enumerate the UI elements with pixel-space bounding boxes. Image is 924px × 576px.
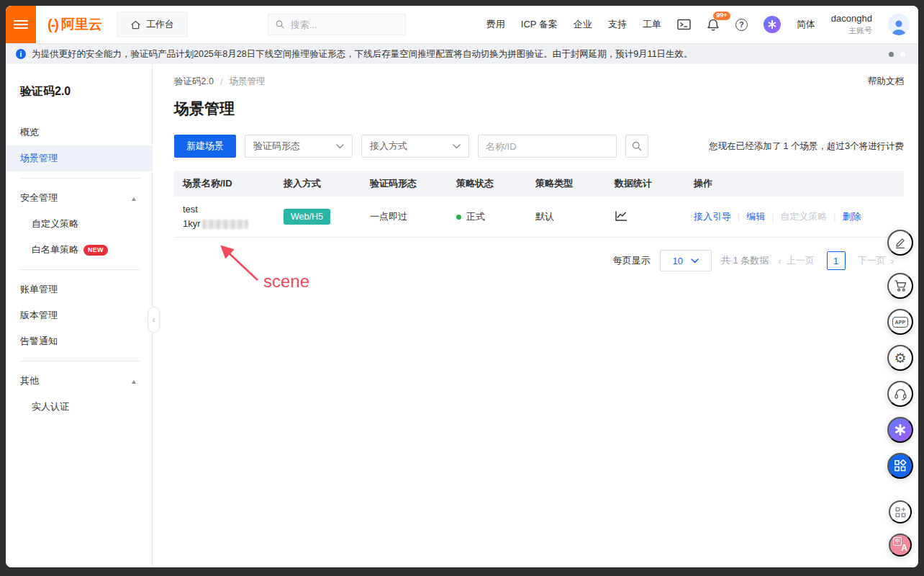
main-panel: 验证码2.0 / 场景管理 帮助文档 场景管理 新建场景 验证码形态 接入方式 [153, 64, 918, 567]
notifications-button[interactable]: 99+ [707, 18, 720, 32]
access-mode-select[interactable]: 接入方式 [361, 135, 469, 158]
aliyun-logo-mark-icon: (-) [47, 17, 58, 33]
sidebar-item-version-management[interactable]: 版本管理 [6, 302, 152, 328]
sidebar-divider [20, 361, 140, 361]
sidebar-group-others[interactable]: 其他 ▲ [6, 368, 152, 394]
grid-diamond-icon [894, 459, 907, 472]
next-page-label: 下一页 [858, 254, 886, 267]
breadcrumb-product[interactable]: 验证码2.0 [174, 76, 214, 88]
help-doc-link[interactable]: 帮助文档 [868, 76, 904, 88]
ai-assistant-button[interactable] [764, 16, 781, 33]
prev-page-button[interactable]: ‹ 上一页 [778, 254, 814, 267]
action-access-guide[interactable]: 接入引导 [694, 210, 731, 223]
user-avatar[interactable] [888, 14, 910, 35]
sidebar-item-overview[interactable]: 概览 [6, 120, 152, 145]
next-page-button[interactable]: 下一页 › [858, 254, 894, 267]
global-search-box[interactable] [268, 14, 406, 35]
breadcrumb: 验证码2.0 / 场景管理 帮助文档 [174, 76, 904, 88]
action-delete[interactable]: 删除 [842, 210, 861, 223]
help-button[interactable]: ? [735, 19, 748, 31]
sidebar: 验证码2.0 概览 场景管理 安全管理 ▲ 自定义策略 白名单策略 NEW 账单… [6, 64, 153, 567]
terminal-icon [677, 19, 691, 30]
fab-translate-button[interactable]: 中 A [889, 534, 912, 557]
sidebar-item-scene-management[interactable]: 场景管理 [6, 145, 152, 171]
new-badge: NEW [83, 245, 108, 256]
sidebar-item-alert-notification[interactable]: 告警通知 [6, 328, 152, 354]
table-row: test 1kyr Web/H5 一点即过 正式 默认 [174, 197, 904, 238]
column-header-actions: 操作 [694, 177, 904, 190]
nav-link-ticket[interactable]: 工单 [643, 18, 661, 31]
data-stats-cell[interactable] [615, 210, 694, 224]
sidebar-group-label: 安全管理 [20, 192, 58, 204]
translate-icon: 中 A [894, 539, 907, 552]
sidebar-collapse-handle[interactable]: ‹ [148, 307, 160, 333]
carousel-dot-active[interactable] [889, 52, 894, 57]
notice-banner-text: 为提供更好的安全能力，验证码产品计划2025年8月28日下线空间推理验证形态，下… [32, 48, 693, 60]
sidebar-item-whitelist-policy[interactable]: 白名单策略 NEW [6, 237, 152, 263]
nav-link-support[interactable]: 支持 [608, 18, 627, 31]
aliyun-logo-text: 阿里云 [61, 15, 102, 34]
chevron-up-icon: ▲ [130, 194, 137, 202]
hamburger-icon [14, 18, 28, 31]
row-actions: 接入引导 | 编辑 | 自定义策略 | 删除 [694, 210, 904, 223]
captcha-type-select-value: 验证码形态 [253, 140, 300, 153]
grid-plus-icon [894, 506, 907, 518]
account-info[interactable]: daconghd 主账号 [831, 13, 872, 35]
account-type-label: 主账号 [848, 25, 872, 35]
workbench-button[interactable]: 工作台 [117, 12, 188, 37]
fab-ai-assistant-button[interactable] [887, 417, 913, 443]
sidebar-divider [20, 269, 140, 270]
sidebar-item-label: 概览 [20, 126, 39, 139]
gear-icon: ⚙ [894, 351, 906, 365]
search-icon [276, 19, 284, 30]
aliyun-logo[interactable]: (-) 阿里云 [36, 15, 117, 34]
fab-widgets-button[interactable] [887, 453, 913, 479]
ai-star-icon [764, 16, 781, 33]
create-scene-button[interactable]: 新建场景 [174, 135, 236, 158]
prev-page-label: 上一页 [787, 254, 815, 267]
carousel-dot-inactive[interactable] [900, 52, 905, 57]
access-mode-badge: Web/H5 [284, 209, 330, 225]
status-dot-green [456, 215, 461, 220]
notification-count-badge: 99+ [713, 12, 730, 21]
policy-type-cell: 默认 [535, 210, 615, 223]
column-header-data-stats: 数据统计 [615, 177, 694, 190]
nav-link-billing[interactable]: 费用 [486, 18, 505, 31]
action-edit[interactable]: 编辑 [746, 210, 765, 223]
page-title: 场景管理 [174, 99, 904, 119]
action-custom-policy[interactable]: 自定义策略 [780, 210, 827, 223]
chevron-down-icon [336, 144, 344, 149]
hamburger-menu-button[interactable] [6, 6, 36, 43]
fab-add-shortcut-button[interactable] [889, 500, 912, 523]
nav-link-icp[interactable]: ICP 备案 [521, 18, 558, 31]
fab-settings-button[interactable]: ⚙ [887, 345, 913, 371]
global-search-input[interactable] [291, 19, 399, 30]
cloudshell-button[interactable] [677, 19, 691, 30]
nav-link-enterprise[interactable]: 企业 [574, 18, 592, 31]
breadcrumb-separator: / [220, 77, 222, 87]
sidebar-item-label: 白名单策略 [32, 243, 78, 256]
column-header-access-mode: 接入方式 [284, 177, 370, 190]
policy-status-text: 正式 [466, 210, 485, 223]
sidebar-item-custom-policy[interactable]: 自定义策略 [6, 211, 152, 237]
fab-app-button[interactable]: APP [887, 309, 913, 335]
name-id-filter-input[interactable] [478, 135, 617, 158]
language-switcher[interactable]: 简体 [797, 18, 815, 31]
sidebar-item-label: 版本管理 [20, 309, 58, 322]
sidebar-group-security[interactable]: 安全管理 ▲ [6, 185, 152, 211]
fab-feedback-button[interactable] [887, 230, 913, 256]
headset-icon [894, 387, 907, 400]
navbar-right-menu: 费用 ICP 备案 企业 支持 工单 99+ ? 简体 da [486, 13, 918, 35]
captcha-type-select[interactable]: 验证码形态 [245, 135, 353, 158]
filter-search-button[interactable] [625, 135, 648, 158]
per-page-select[interactable]: 10 [660, 250, 712, 271]
fab-support-button[interactable] [887, 381, 913, 407]
current-page-button[interactable]: 1 [827, 251, 846, 270]
column-header-name-id: 场景名称/ID [183, 177, 284, 190]
fab-cart-button[interactable] [887, 273, 913, 299]
home-icon [130, 19, 141, 30]
sidebar-item-real-person-auth[interactable]: 实人认证 [6, 394, 152, 420]
table-header-row: 场景名称/ID 接入方式 验证码形态 策略状态 策略类型 数据统计 操作 [174, 171, 904, 197]
sidebar-item-billing-management[interactable]: 账单管理 [6, 276, 152, 302]
question-mark-icon: ? [735, 19, 748, 31]
